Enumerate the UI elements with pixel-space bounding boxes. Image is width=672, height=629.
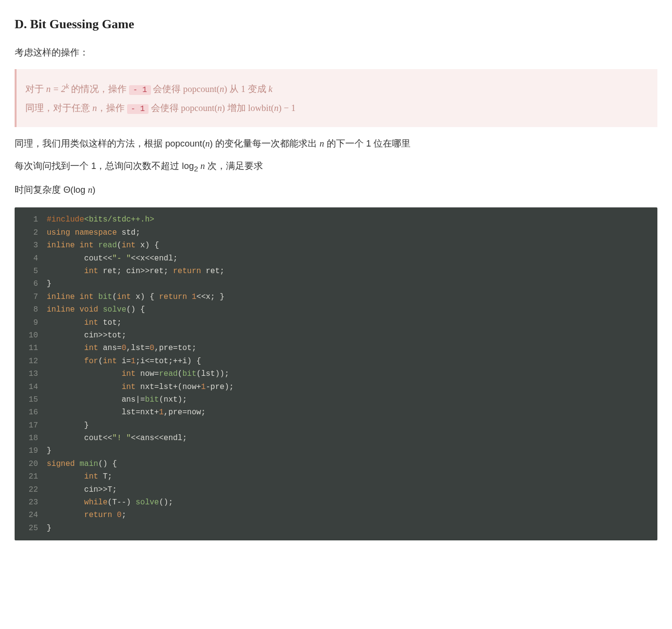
code-line: 10 cin>>tot; xyxy=(15,329,657,342)
code-line: 18 cout<<"! "<<ans<<endl; xyxy=(15,432,657,444)
code-line: 17 } xyxy=(15,419,657,432)
code-line: 15 ans|=bit(nxt); xyxy=(15,393,657,406)
code-content: } xyxy=(47,522,657,535)
line-number: 11 xyxy=(15,342,47,354)
inline-code-minus-1: - 1 xyxy=(129,85,151,95)
line-number: 15 xyxy=(15,393,47,406)
code-content: return 0; xyxy=(47,509,657,521)
code-content: } xyxy=(47,444,657,457)
paragraph-3: 时间复杂度 Θ(log n) xyxy=(15,182,657,198)
text: 同理，对于任意 xyxy=(25,103,93,113)
blockquote: 对于 n = 2k 的情况，操作 - 1 会使得 popcount(n) 从 1… xyxy=(15,69,657,127)
text: 对于 xyxy=(25,84,46,94)
line-number: 12 xyxy=(15,355,47,368)
code-content: cout<<"! "<<ans<<endl; xyxy=(47,432,657,444)
code-content: while(T--) solve(); xyxy=(47,496,657,509)
line-number: 22 xyxy=(15,483,47,496)
text: ，操作 xyxy=(97,103,127,113)
blockquote-line-2: 同理，对于任意 n，操作 - 1 会使得 popcount(n) 增加 lowb… xyxy=(25,101,649,116)
code-line: 23 while(T--) solve(); xyxy=(15,496,657,509)
line-number: 20 xyxy=(15,458,47,470)
math-n: n xyxy=(220,84,224,94)
inline-code-minus-1: - 1 xyxy=(127,104,149,114)
code-content: cin>>T; xyxy=(47,483,657,496)
text: ) 增加 lowbit( xyxy=(222,103,274,113)
sup-k: k xyxy=(66,82,69,90)
code-line: 6} xyxy=(15,278,657,290)
sub-2: 2 xyxy=(194,165,198,173)
code-line: 2using namespace std; xyxy=(15,226,657,239)
code-content: signed main() { xyxy=(47,458,657,470)
code-content: int tot; xyxy=(47,316,657,329)
text: 会使得 popcount( xyxy=(151,84,220,94)
code-content: int ret; cin>>ret; return ret; xyxy=(47,265,657,278)
text: ) − 1 xyxy=(279,103,296,113)
code-content: inline void solve() { xyxy=(47,303,657,316)
line-number: 2 xyxy=(15,226,47,239)
math-n: n xyxy=(205,139,209,148)
code-content: int now=read(bit(lst)); xyxy=(47,368,657,380)
code-content: } xyxy=(47,419,657,432)
line-number: 1 xyxy=(15,213,47,226)
line-number: 5 xyxy=(15,265,47,278)
line-number: 14 xyxy=(15,381,47,393)
code-content: int ans=0,lst=0,pre=tot; xyxy=(47,342,657,354)
text: ) 的变化量每一次都能求出 xyxy=(210,138,319,148)
code-content: #include<bits/stdc++.h> xyxy=(47,213,657,226)
line-number: 6 xyxy=(15,278,47,290)
code-line: 7inline int bit(int x) { return 1<<x; } xyxy=(15,291,657,303)
line-number: 8 xyxy=(15,303,47,316)
text: 同理，我们用类似这样的方法，根据 popcount( xyxy=(15,138,205,148)
paragraph-1: 同理，我们用类似这样的方法，根据 popcount(n) 的变化量每一次都能求出… xyxy=(15,136,657,151)
line-number: 13 xyxy=(15,368,47,380)
code-line: 19} xyxy=(15,444,657,457)
blockquote-line-1: 对于 n = 2k 的情况，操作 - 1 会使得 popcount(n) 从 1… xyxy=(25,80,649,97)
line-number: 16 xyxy=(15,406,47,419)
line-number: 21 xyxy=(15,470,47,483)
text: n = 2 xyxy=(46,84,66,94)
math-n-eq-2k: n = 2k xyxy=(46,84,69,94)
math-n: n xyxy=(88,185,93,195)
code-content: int nxt=lst+(now+1-pre); xyxy=(47,381,657,393)
code-content: int T; xyxy=(47,470,657,483)
code-line: 3inline int read(int x) { xyxy=(15,239,657,252)
code-line: 9 int tot; xyxy=(15,316,657,329)
code-content: for(int i=1;i<=tot;++i) { xyxy=(47,355,657,368)
math-n: n xyxy=(93,103,97,113)
code-line: 21 int T; xyxy=(15,470,657,483)
line-number: 3 xyxy=(15,239,47,252)
code-line: 4 cout<<"- "<<x<<endl; xyxy=(15,252,657,265)
code-line: 13 int now=read(bit(lst)); xyxy=(15,368,657,380)
code-content: ans|=bit(nxt); xyxy=(47,393,657,406)
line-number: 24 xyxy=(15,509,47,521)
line-number: 19 xyxy=(15,444,47,457)
line-number: 18 xyxy=(15,432,47,444)
code-line: 8inline void solve() { xyxy=(15,303,657,316)
code-content: inline int bit(int x) { return 1<<x; } xyxy=(47,291,657,303)
intro-paragraph: 考虑这样的操作： xyxy=(15,45,657,60)
text: 每次询问找到一个 1，总询问次数不超过 log xyxy=(15,161,194,171)
code-content: inline int read(int x) { xyxy=(47,239,657,252)
code-line: 5 int ret; cin>>ret; return ret; xyxy=(15,265,657,278)
text: 的下一个 1 位在哪里 xyxy=(324,138,411,148)
line-number: 9 xyxy=(15,316,47,329)
code-content: using namespace std; xyxy=(47,226,657,239)
text: 会使得 popcount( xyxy=(149,103,217,113)
text: 的情况，操作 xyxy=(69,84,129,94)
code-line: 1#include<bits/stdc++.h> xyxy=(15,213,657,226)
line-number: 10 xyxy=(15,329,47,342)
math-k: k xyxy=(268,84,272,94)
math-n: n xyxy=(198,161,205,171)
code-line: 14 int nxt=lst+(now+1-pre); xyxy=(15,381,657,393)
text: 次，满足要求 xyxy=(205,161,263,171)
code-line: 25} xyxy=(15,522,657,535)
paragraph-2: 每次询问找到一个 1，总询问次数不超过 log2 n 次，满足要求 xyxy=(15,158,657,175)
text: 时间复杂度 Θ(log xyxy=(15,185,88,195)
code-line: 12 for(int i=1;i<=tot;++i) { xyxy=(15,355,657,368)
text: ) xyxy=(93,185,95,195)
math-n: n xyxy=(218,103,222,113)
math-n: n xyxy=(274,103,279,113)
text: ) 从 1 变成 xyxy=(224,84,268,94)
line-number: 25 xyxy=(15,522,47,535)
code-line: 16 lst=nxt+1,pre=now; xyxy=(15,406,657,419)
